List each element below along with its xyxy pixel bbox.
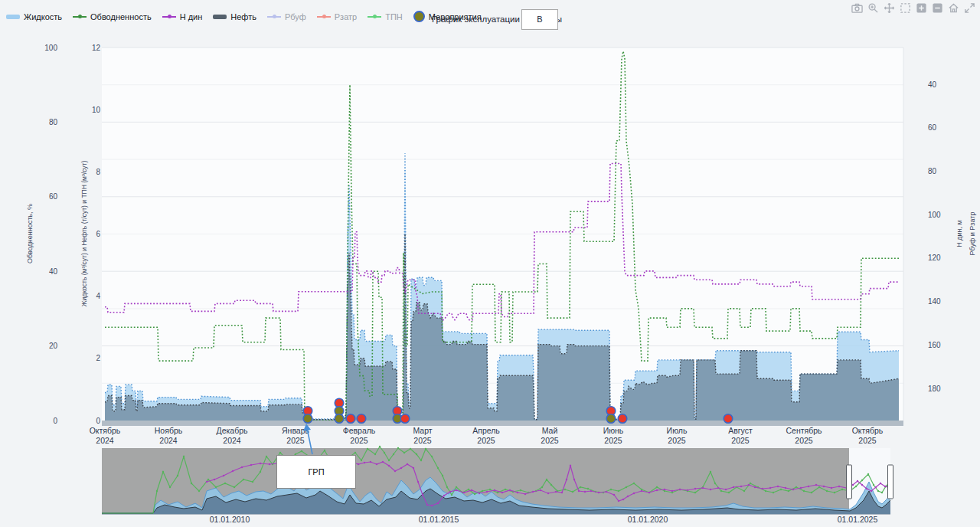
svg-text:Октябрь2024: Октябрь2024 [90, 426, 121, 445]
svg-text:2: 2 [96, 354, 100, 362]
svg-text:80: 80 [928, 167, 937, 175]
svg-text:Октябрь2025: Октябрь2025 [852, 426, 884, 445]
svg-text:180: 180 [928, 385, 941, 393]
svg-text:0: 0 [96, 417, 100, 425]
svg-text:20: 20 [49, 342, 58, 350]
annotation-grp-box: ГРП [276, 455, 356, 489]
svg-text:Обводненность, %: Обводненность, % [26, 204, 34, 264]
svg-text:4: 4 [96, 292, 100, 300]
well-operation-dashboard: { "header": {"title": "График эксплуатац… [0, 0, 980, 527]
svg-text:10: 10 [92, 106, 101, 114]
svg-text:01.01.2015: 01.01.2015 [419, 515, 459, 524]
navigator-handle-right[interactable] [888, 465, 893, 499]
svg-text:Июнь2025: Июнь2025 [603, 426, 624, 445]
svg-text:Апрель2025: Апрель2025 [472, 426, 500, 445]
svg-text:Сентябрь2025: Сентябрь2025 [786, 426, 822, 445]
svg-text:12: 12 [92, 44, 101, 52]
svg-text:Август2025: Август2025 [728, 426, 753, 445]
svg-text:Май2025: Май2025 [541, 426, 559, 445]
svg-text:Декабрь2024: Декабрь2024 [217, 426, 248, 445]
svg-text:60: 60 [49, 192, 58, 201]
svg-text:140: 140 [928, 297, 941, 306]
svg-text:Март2025: Март2025 [413, 426, 432, 445]
svg-text:6: 6 [96, 230, 100, 238]
svg-text:Жидкость (м³/сут) и Нефть (т/с: Жидкость (м³/сут) и Нефть (т/сут) и ТПН … [80, 161, 88, 307]
svg-text:0: 0 [53, 417, 57, 425]
svg-text:Рбуф и Рзатр: Рбуф и Рзатр [969, 212, 976, 256]
svg-text:8: 8 [96, 168, 100, 176]
event-marker-olive[interactable] [303, 414, 312, 424]
svg-text:40: 40 [49, 267, 58, 276]
svg-text:Н дин, м: Н дин, м [956, 220, 963, 247]
svg-text:01.01.2020: 01.01.2020 [628, 515, 668, 524]
event-marker-red[interactable] [724, 414, 733, 424]
svg-text:Ноябрь2024: Ноябрь2024 [155, 426, 183, 445]
event-marker-olive[interactable] [335, 414, 344, 424]
svg-text:Февраль2025: Февраль2025 [343, 426, 376, 445]
svg-text:160: 160 [928, 341, 941, 349]
navigator-handle-left[interactable] [847, 465, 852, 499]
svg-text:100: 100 [928, 211, 941, 219]
svg-text:01.01.2025: 01.01.2025 [838, 515, 878, 524]
svg-text:40: 40 [928, 80, 937, 89]
svg-text:01.01.2010: 01.01.2010 [210, 515, 250, 524]
svg-text:60: 60 [928, 123, 937, 132]
event-marker-red[interactable] [400, 414, 410, 424]
svg-text:100: 100 [44, 44, 57, 52]
event-marker-red[interactable] [618, 414, 627, 424]
event-marker-olive[interactable] [606, 414, 616, 424]
main-chart-svg: 0204060801000246810124060801001201401601… [0, 0, 980, 527]
svg-text:Июль2025: Июль2025 [667, 426, 688, 445]
event-marker-red[interactable] [357, 414, 366, 424]
svg-text:120: 120 [928, 254, 941, 262]
svg-text:80: 80 [49, 118, 58, 126]
event-marker-red[interactable] [346, 414, 355, 424]
